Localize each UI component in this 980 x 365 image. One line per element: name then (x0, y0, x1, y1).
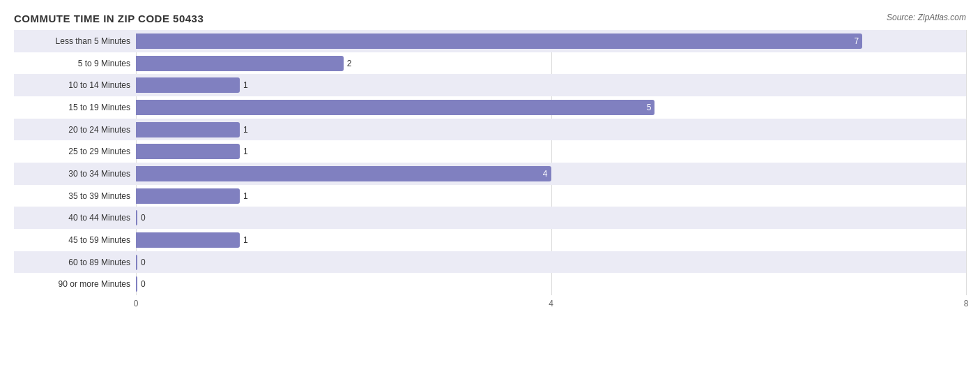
bar-value: 1 (243, 80, 248, 90)
bar-row: 15 to 19 Minutes5 (14, 96, 966, 119)
bar-label: 90 or more Minutes (14, 279, 136, 289)
x-axis: 048 (136, 295, 966, 316)
bar-fill (136, 232, 240, 248)
bar-label: 25 to 29 Minutes (14, 147, 136, 156)
source-label: Source: ZipAtlas.com (887, 13, 966, 22)
bar-label: 10 to 14 Minutes (14, 80, 136, 90)
bars-wrapper: Less than 5 Minutes75 to 9 Minutes210 to… (14, 30, 966, 295)
chart-area: Less than 5 Minutes75 to 9 Minutes210 to… (14, 30, 966, 316)
bar-row: 25 to 29 Minutes1 (14, 140, 966, 163)
bar-track: 0 (136, 276, 966, 292)
bar-fill (136, 255, 137, 270)
bar-value: 5 (647, 103, 652, 112)
bar-track: 0 (136, 210, 966, 225)
bar-track: 1 (136, 188, 966, 204)
bar-fill (136, 56, 344, 71)
bar-fill (136, 210, 137, 225)
bar-value: 2 (347, 59, 352, 68)
bar-value: 7 (854, 36, 859, 46)
bar-label: Less than 5 Minutes (14, 36, 136, 46)
bar-value: 4 (543, 169, 548, 179)
bar-row: Less than 5 Minutes7 (14, 30, 966, 52)
bar-label: 60 to 89 Minutes (14, 258, 136, 267)
bar-fill (136, 188, 240, 204)
bar-value: 0 (141, 279, 146, 289)
bar-track: 0 (136, 255, 966, 270)
bar-fill (136, 122, 240, 137)
bar-row: 90 or more Minutes0 (14, 273, 966, 295)
bar-value: 1 (243, 147, 248, 156)
bar-track: 7 (136, 33, 966, 49)
bar-row: 10 to 14 Minutes1 (14, 74, 966, 96)
bar-label: 45 to 59 Minutes (14, 235, 136, 245)
bar-label: 30 to 34 Minutes (14, 169, 136, 179)
bar-fill: 5 (136, 100, 654, 115)
bar-label: 35 to 39 Minutes (14, 191, 136, 201)
bar-label: 20 to 24 Minutes (14, 125, 136, 135)
bar-track: 1 (136, 77, 966, 93)
bar-value: 1 (243, 235, 248, 245)
x-tick: 4 (549, 299, 553, 308)
bar-row: 30 to 34 Minutes4 (14, 163, 966, 185)
bar-track: 5 (136, 100, 966, 115)
bar-label: 5 to 9 Minutes (14, 59, 136, 68)
bar-label: 15 to 19 Minutes (14, 103, 136, 112)
bar-value: 1 (243, 125, 248, 135)
bar-track: 1 (136, 122, 966, 137)
bar-row: 40 to 44 Minutes0 (14, 207, 966, 229)
bar-row: 45 to 59 Minutes1 (14, 229, 966, 251)
bar-fill (136, 276, 137, 292)
bar-value: 0 (141, 213, 146, 223)
grid-line (966, 30, 967, 295)
chart-title: COMMUTE TIME IN ZIP CODE 50433 (14, 13, 966, 24)
bar-track: 4 (136, 166, 966, 181)
x-tick: 0 (134, 299, 139, 308)
bar-fill: 4 (136, 166, 551, 181)
bar-row: 20 to 24 Minutes1 (14, 119, 966, 141)
chart-container: COMMUTE TIME IN ZIP CODE 50433 Source: Z… (0, 0, 980, 365)
bar-label: 40 to 44 Minutes (14, 213, 136, 223)
bar-track: 1 (136, 144, 966, 159)
bar-row: 5 to 9 Minutes2 (14, 52, 966, 75)
bar-value: 1 (243, 191, 248, 201)
bar-track: 2 (136, 56, 966, 71)
x-tick: 8 (964, 299, 969, 308)
bar-fill: 7 (136, 33, 862, 49)
bar-track: 1 (136, 232, 966, 248)
bar-fill (136, 144, 240, 159)
bar-row: 35 to 39 Minutes1 (14, 185, 966, 207)
bar-row: 60 to 89 Minutes0 (14, 251, 966, 274)
bar-value: 0 (141, 258, 146, 267)
bar-fill (136, 77, 240, 93)
